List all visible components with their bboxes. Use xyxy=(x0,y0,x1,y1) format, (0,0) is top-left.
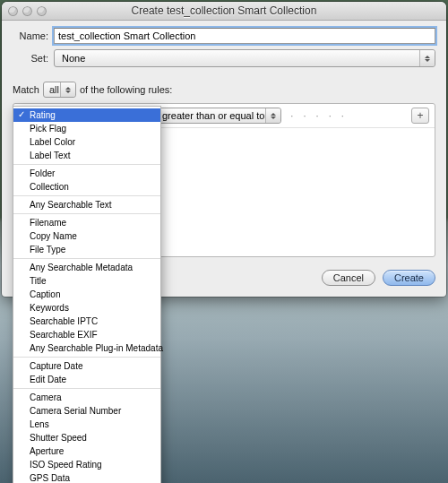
menu-item[interactable]: Any Searchable Text xyxy=(13,198,160,211)
set-select[interactable]: None xyxy=(54,49,435,67)
match-mode-select[interactable]: all xyxy=(43,82,76,98)
match-prefix: Match xyxy=(13,84,39,95)
menu-item[interactable]: Caption xyxy=(13,288,160,301)
menu-separator xyxy=(13,388,160,389)
menu-separator xyxy=(13,164,160,165)
menu-item[interactable]: Shutter Speed xyxy=(13,431,160,444)
menu-separator xyxy=(13,258,160,259)
menu-item[interactable]: ISO Speed Rating xyxy=(13,458,160,471)
form-area: Name: Set: None xyxy=(2,21,446,76)
name-label: Name: xyxy=(13,30,48,41)
add-rule-button[interactable]: + xyxy=(411,108,429,124)
menu-item[interactable]: Label Color xyxy=(13,135,160,149)
create-button[interactable]: Create xyxy=(383,270,435,286)
menu-item[interactable]: GPS Data xyxy=(13,471,160,483)
menu-item[interactable]: Folder xyxy=(13,167,160,180)
updown-icon xyxy=(60,82,75,97)
menu-item[interactable]: Searchable IPTC xyxy=(13,315,160,328)
menu-item[interactable]: Camera Serial Number xyxy=(13,404,160,418)
updown-icon xyxy=(419,50,435,66)
set-select-value: None xyxy=(62,53,85,64)
name-input[interactable] xyxy=(54,28,435,44)
window-title: Create test_collection Smart Collection xyxy=(2,4,446,17)
titlebar[interactable]: Create test_collection Smart Collection xyxy=(2,2,446,21)
menu-item[interactable]: Filename xyxy=(13,216,160,229)
menu-item[interactable]: File Type xyxy=(13,243,160,256)
attribute-dropdown-menu[interactable]: RatingPick FlagLabel ColorLabel TextFold… xyxy=(13,106,161,483)
cancel-button[interactable]: Cancel xyxy=(322,270,375,286)
menu-item[interactable]: Pick Flag xyxy=(13,122,160,135)
set-label: Set: xyxy=(13,53,48,64)
menu-item[interactable]: Lens xyxy=(13,418,160,431)
match-suffix: of the following rules: xyxy=(80,84,172,95)
menu-item[interactable]: Collection xyxy=(13,180,160,194)
menu-item[interactable]: Searchable EXIF xyxy=(13,328,160,341)
menu-separator xyxy=(13,195,160,196)
menu-item[interactable]: Label Text xyxy=(13,149,160,162)
rule-operator-value: is greater than or equal to xyxy=(152,110,264,121)
menu-separator xyxy=(13,213,160,214)
menu-item[interactable]: Any Searchable Metadata xyxy=(13,261,160,274)
menu-item[interactable]: Edit Date xyxy=(13,373,160,386)
menu-item[interactable]: Any Searchable Plug-in Metadata xyxy=(13,341,160,355)
plus-icon: + xyxy=(417,109,423,122)
menu-item[interactable]: Rating xyxy=(13,108,160,122)
menu-item[interactable]: Keywords xyxy=(13,301,160,315)
menu-separator xyxy=(13,357,160,358)
menu-item[interactable]: Title xyxy=(13,274,160,288)
match-row: Match all of the following rules: xyxy=(2,76,446,103)
menu-item[interactable]: Camera xyxy=(13,391,160,404)
menu-item[interactable]: Aperture xyxy=(13,444,160,458)
rule-operator-select[interactable]: is greater than or equal to xyxy=(146,108,281,124)
menu-item[interactable]: Capture Date xyxy=(13,359,160,373)
rule-value-display[interactable]: · · · · · xyxy=(287,110,406,121)
updown-icon xyxy=(265,108,280,123)
match-mode-value: all xyxy=(49,84,59,95)
menu-item[interactable]: Copy Name xyxy=(13,229,160,243)
